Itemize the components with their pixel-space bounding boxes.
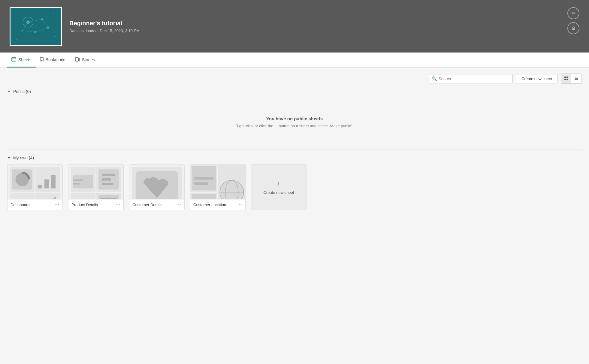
stories-icon: [75, 57, 80, 62]
tab-bookmarks-label: Bookmarks: [46, 57, 67, 62]
public-section-header[interactable]: ▼ Public (0): [7, 89, 582, 94]
tab-sheets[interactable]: Sheets: [7, 53, 36, 68]
myown-section-header[interactable]: ▼ My own (4): [7, 155, 582, 160]
sheet-card-customer-details[interactable]: Customer Details ···: [129, 164, 185, 210]
tab-bookmarks[interactable]: Bookmarks: [36, 53, 71, 68]
sheet-thumb-customer-details: [129, 165, 184, 199]
sheet-card-customer-location[interactable]: Customer Location ···: [190, 164, 246, 210]
svg-rect-36: [73, 175, 93, 188]
thumb-cust-1: [132, 167, 182, 199]
svg-rect-28: [38, 185, 42, 188]
sheet-card-footer-cust-details: Customer Details ···: [129, 199, 184, 210]
empty-title: You have no public sheets: [266, 116, 323, 121]
app-thumbnail: [10, 7, 62, 46]
tab-sheets-label: Sheets: [18, 57, 32, 62]
svg-rect-15: [12, 58, 16, 61]
tab-stories-label: Stories: [82, 57, 95, 62]
create-card-label: Create new sheet: [264, 190, 294, 195]
thumb-cell-1: [10, 167, 35, 192]
app-title: Beginner's tutorial: [69, 20, 140, 27]
tab-stories[interactable]: Stories: [71, 53, 99, 68]
sheet-thumb-customer-location: [190, 165, 245, 199]
svg-rect-29: [44, 179, 49, 188]
svg-rect-21: [564, 79, 566, 80]
plus-icon: +: [277, 180, 281, 188]
sheet-card-footer-product: Product Details ···: [68, 199, 123, 210]
svg-rect-18: [79, 58, 80, 61]
svg-rect-38: [73, 183, 80, 185]
header-info: Beginner's tutorial Data last loaded: De…: [69, 20, 140, 33]
thumb-product-2: [96, 167, 121, 192]
svg-point-14: [54, 35, 56, 37]
thumb-product-1: [71, 167, 95, 192]
thumb-loc-3: [190, 193, 217, 199]
svg-rect-17: [75, 58, 78, 61]
sheet-card-footer-cust-location: Customer Location ···: [190, 199, 245, 210]
header-actions: ✏ ⚙: [567, 7, 579, 34]
edit-button[interactable]: ✏: [567, 7, 579, 19]
svg-point-59: [220, 180, 243, 199]
search-wrap: 🔍: [429, 74, 513, 83]
grid-icon: [564, 76, 568, 81]
svg-rect-22: [566, 79, 568, 80]
svg-rect-63: [192, 194, 216, 200]
sheet-thumb-product: [68, 165, 123, 199]
edit-icon: ✏: [572, 11, 575, 16]
public-section-label: Public (0): [13, 89, 31, 94]
sheet-menu-product[interactable]: ···: [116, 202, 120, 207]
svg-point-13: [16, 39, 17, 40]
sheet-name-cust-details: Customer Details: [132, 203, 162, 207]
svg-rect-58: [195, 182, 208, 185]
thumb-product-3: [71, 193, 95, 199]
settings-icon: ⚙: [571, 26, 575, 31]
thumb-cell-2: [35, 167, 60, 192]
create-new-sheet-card[interactable]: + Create new sheet: [251, 164, 307, 210]
sheet-name-product: Product Details: [71, 203, 98, 207]
svg-rect-42: [102, 183, 113, 185]
create-sheet-toolbar-button[interactable]: Create new sheet: [516, 74, 558, 83]
svg-rect-19: [564, 77, 566, 78]
main-content: 🔍 Create new sheet: [0, 68, 589, 364]
toolbar-row: 🔍 Create new sheet: [7, 74, 582, 84]
svg-point-12: [53, 13, 54, 14]
thumb-product-4: [96, 193, 121, 199]
search-icon: 🔍: [432, 76, 437, 81]
sheet-name-dashboard: Dashboard: [11, 203, 30, 207]
thumb-cell-4: [35, 193, 60, 199]
sheet-menu-cust-details[interactable]: ···: [177, 202, 181, 207]
svg-rect-37: [73, 179, 83, 181]
thumb-cell-3: #1: [10, 193, 35, 199]
sheet-card-dashboard[interactable]: #1: [7, 164, 63, 210]
myown-section-label: My own (4): [13, 155, 34, 160]
sheet-card-footer-dashboard: Dashboard ···: [8, 199, 62, 210]
list-view-button[interactable]: [571, 74, 581, 83]
grid-view-button[interactable]: [561, 74, 571, 83]
sheet-card-product[interactable]: Product Details ···: [68, 164, 124, 210]
svg-text:#1: #1: [12, 197, 26, 199]
search-input[interactable]: [429, 74, 513, 83]
list-icon: [574, 76, 578, 81]
public-chevron-icon: ▼: [7, 89, 11, 94]
sheets-grid: #1: [7, 164, 582, 210]
empty-subtitle: Right-click or click the ... button on a…: [236, 124, 354, 128]
tabs-bar: Sheets Bookmarks Stories: [0, 53, 589, 68]
app-subtitle: Data last loaded: Dec 15, 2023, 3:19 PM: [69, 29, 140, 33]
sheet-thumb-dashboard: #1: [8, 165, 62, 199]
svg-rect-41: [102, 178, 111, 180]
sheets-icon: [11, 57, 16, 62]
public-empty-state: You have no public sheets Right-click or…: [7, 98, 582, 146]
sheet-menu-dashboard[interactable]: ···: [55, 202, 59, 207]
svg-rect-40: [102, 174, 116, 176]
svg-rect-30: [51, 175, 56, 188]
svg-rect-57: [195, 177, 213, 180]
view-toggle-group: [561, 74, 582, 84]
svg-rect-20: [566, 77, 568, 78]
app-header: Beginner's tutorial Data last loaded: De…: [0, 0, 589, 53]
thumb-loc-1: [190, 165, 217, 192]
sheet-name-cust-location: Customer Location: [193, 203, 226, 207]
myown-chevron-icon: ▼: [7, 156, 11, 160]
section-divider: [7, 149, 582, 149]
settings-button[interactable]: ⚙: [567, 22, 579, 34]
thumb-loc-2: [218, 165, 245, 199]
sheet-menu-cust-location[interactable]: ···: [237, 202, 242, 207]
